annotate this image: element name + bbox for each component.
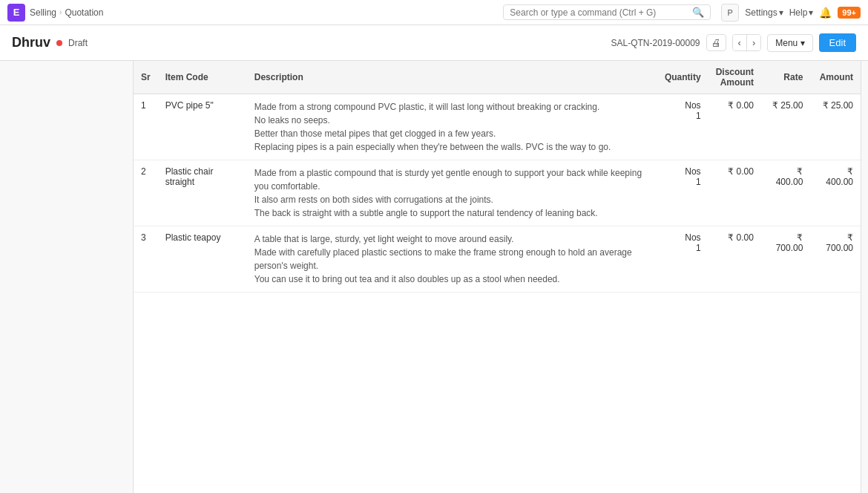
cell-item-code: PVC pipe 5"	[158, 94, 247, 160]
cell-sr: 1	[134, 94, 158, 160]
search-icon: 🔍	[692, 7, 704, 18]
cell-rate: ₹ 25.00	[761, 94, 810, 160]
table-header-row: Sr Item Code Description Quantity Discou…	[134, 61, 861, 94]
search-container: 🔍	[503, 4, 711, 20]
status-badge: Draft	[68, 38, 88, 48]
cell-item-code: Plastic teapoy	[158, 226, 247, 293]
next-button[interactable]: ›	[747, 35, 760, 50]
help-chevron-icon: ▾	[809, 7, 813, 18]
prev-button[interactable]: ‹	[733, 35, 747, 50]
subheader-right: SAL-QTN-2019-00009 🖨 ‹ › Menu ▾ Edit	[611, 33, 856, 52]
page-title: Dhruv	[12, 35, 50, 50]
notification-bell-icon[interactable]: 🔔	[819, 7, 832, 19]
subheader-left: Dhruv Draft	[12, 35, 88, 50]
cell-amount: ₹ 400.00	[810, 160, 861, 226]
cell-sr: 3	[134, 226, 158, 293]
cell-sr: 2	[134, 160, 158, 226]
cell-discount: ₹ 0.00	[708, 226, 761, 293]
cell-amount: ₹ 25.00	[810, 94, 861, 160]
col-rate: Rate	[761, 61, 810, 94]
table-row: 2 Plastic chair straight Made from a pla…	[134, 160, 861, 226]
settings-menu[interactable]: Settings ▾	[745, 7, 783, 18]
breadcrumb-selling[interactable]: Selling	[30, 7, 56, 18]
print-button[interactable]: 🖨	[706, 34, 726, 51]
col-discount: DiscountAmount	[708, 61, 761, 94]
search-box: 🔍	[503, 4, 711, 20]
cell-description: Made from a strong compound PVC plastic,…	[247, 94, 657, 160]
col-amount: Amount	[810, 61, 861, 94]
cell-description: Made from a plastic compound that is stu…	[247, 160, 657, 226]
content-area: Sr Item Code Description Quantity Discou…	[134, 61, 861, 493]
cell-unit: Nos1	[657, 160, 708, 226]
cell-unit: Nos1	[657, 94, 708, 160]
col-quantity: Quantity	[657, 61, 708, 94]
main-area: Sr Item Code Description Quantity Discou…	[0, 61, 868, 493]
sidebar-left	[0, 61, 134, 493]
profile-button[interactable]: P	[721, 4, 739, 22]
col-item-code: Item Code	[158, 61, 247, 94]
subheader: Dhruv Draft SAL-QTN-2019-00009 🖨 ‹ › Men…	[0, 25, 868, 61]
search-input[interactable]	[510, 7, 692, 18]
edit-button[interactable]: Edit	[819, 33, 856, 52]
cell-item-code: Plastic chair straight	[158, 160, 247, 226]
menu-button[interactable]: Menu ▾	[767, 34, 812, 52]
document-id: SAL-QTN-2019-00009	[611, 38, 700, 48]
help-menu[interactable]: Help ▾	[789, 7, 814, 18]
table-row: 1 PVC pipe 5" Made from a strong compoun…	[134, 94, 861, 160]
nav-arrows: ‹ ›	[732, 34, 762, 51]
items-table: Sr Item Code Description Quantity Discou…	[134, 61, 861, 293]
breadcrumb-quotation[interactable]: Quotation	[65, 7, 103, 18]
notification-badge[interactable]: 99+	[838, 7, 861, 19]
cell-amount: ₹ 700.00	[810, 226, 861, 293]
app-logo[interactable]: E	[7, 4, 25, 22]
col-sr: Sr	[134, 61, 158, 94]
cell-rate: ₹ 400.00	[761, 160, 810, 226]
cell-unit: Nos1	[657, 226, 708, 293]
status-dot-icon	[56, 40, 62, 46]
chevron-icon: ›	[59, 8, 62, 16]
cell-description: A table that is large, sturdy, yet light…	[247, 226, 657, 293]
table-row: 3 Plastic teapoy A table that is large, …	[134, 226, 861, 293]
breadcrumb: Selling › Quotation	[30, 7, 103, 18]
sidebar-right	[861, 61, 868, 493]
cell-discount: ₹ 0.00	[708, 160, 761, 226]
cell-discount: ₹ 0.00	[708, 94, 761, 160]
col-description: Description	[247, 61, 657, 94]
navbar-actions: P Settings ▾ Help ▾ 🔔 99+	[721, 4, 861, 22]
navbar: E Selling › Quotation 🔍 P Settings ▾ Hel…	[0, 0, 868, 25]
settings-chevron-icon: ▾	[779, 7, 783, 18]
cell-rate: ₹ 700.00	[761, 226, 810, 293]
